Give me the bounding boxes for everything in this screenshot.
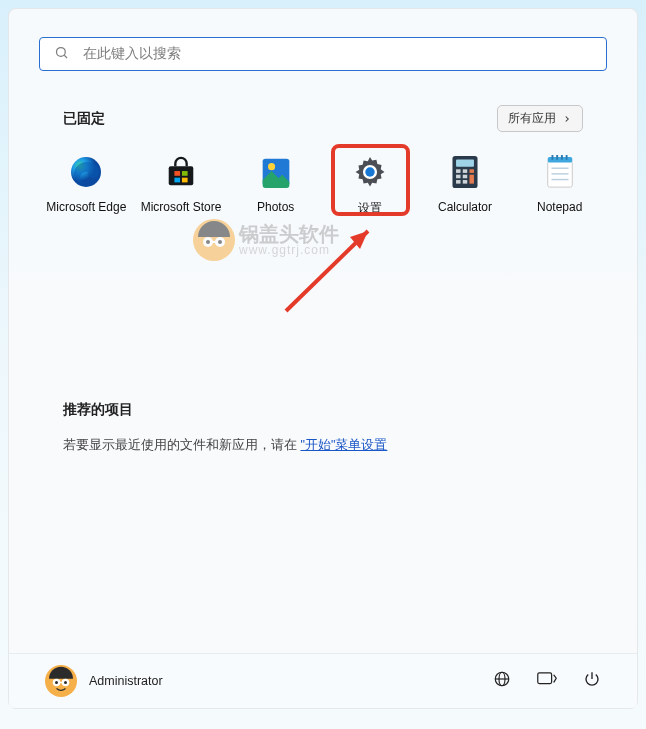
search-box[interactable]: 在此键入以搜索: [39, 37, 607, 71]
svg-rect-14: [456, 169, 460, 173]
svg-rect-15: [463, 169, 467, 173]
recommended-section: 推荐的项目 若要显示最近使用的文件和新应用，请在 "开始"菜单设置: [39, 401, 607, 454]
store-icon: [163, 154, 199, 190]
svg-point-9: [268, 163, 275, 170]
search-placeholder: 在此键入以搜索: [83, 45, 181, 63]
pinned-header: 已固定 所有应用: [39, 105, 607, 132]
pinned-item-notepad[interactable]: Notepad: [512, 150, 607, 221]
start-menu-panel: 在此键入以搜索 已固定 所有应用 Microsoft Edge Microsof…: [8, 8, 638, 709]
user-account-button[interactable]: Administrator: [45, 665, 163, 697]
svg-rect-25: [556, 155, 558, 160]
svg-rect-21: [469, 175, 473, 184]
svg-rect-5: [182, 171, 188, 176]
footer-icons: [493, 670, 601, 692]
power-icon[interactable]: [583, 670, 601, 692]
pinned-item-label: Calculator: [438, 200, 492, 214]
pinned-item-edge[interactable]: Microsoft Edge: [39, 150, 134, 221]
all-apps-button[interactable]: 所有应用: [497, 105, 583, 132]
network-icon[interactable]: [493, 670, 511, 692]
svg-rect-13: [456, 159, 474, 166]
calculator-icon: [447, 154, 483, 190]
svg-rect-7: [182, 178, 188, 183]
edge-icon: [68, 154, 104, 190]
svg-rect-26: [561, 155, 563, 160]
pinned-item-label: Photos: [257, 200, 294, 214]
svg-rect-19: [463, 180, 467, 184]
photos-icon: [258, 154, 294, 190]
notepad-icon: [542, 154, 578, 190]
svg-point-0: [57, 47, 66, 56]
svg-point-44: [64, 681, 67, 684]
pinned-item-photos[interactable]: Photos: [228, 150, 323, 221]
pinned-item-settings[interactable]: 设置: [323, 150, 418, 221]
svg-rect-27: [565, 155, 567, 160]
pinned-item-store[interactable]: Microsoft Store: [134, 150, 229, 221]
pinned-item-label: 设置: [358, 200, 382, 217]
svg-rect-48: [538, 673, 552, 684]
all-apps-label: 所有应用: [508, 110, 556, 127]
avatar: [45, 665, 77, 697]
svg-rect-6: [174, 178, 180, 183]
svg-rect-42: [60, 682, 63, 684]
pinned-title: 已固定: [63, 110, 105, 128]
footer-bar: Administrator: [9, 653, 637, 708]
pinned-item-label: Microsoft Edge: [46, 200, 126, 214]
svg-rect-23: [547, 157, 572, 163]
pinned-item-calculator[interactable]: Calculator: [418, 150, 513, 221]
svg-rect-16: [456, 175, 460, 179]
recommended-text: 若要显示最近使用的文件和新应用，请在 "开始"菜单设置: [63, 437, 583, 454]
pinned-item-label: Microsoft Store: [141, 200, 222, 214]
search-icon: [54, 45, 69, 64]
username: Administrator: [89, 674, 163, 688]
svg-rect-17: [463, 175, 467, 179]
chevron-right-icon: [562, 114, 572, 124]
pinned-item-label: Notepad: [537, 200, 582, 214]
start-settings-link[interactable]: "开始"菜单设置: [300, 438, 387, 452]
svg-rect-4: [174, 171, 180, 176]
svg-rect-20: [469, 169, 473, 173]
svg-point-11: [366, 167, 375, 176]
recommended-title: 推荐的项目: [63, 401, 583, 419]
svg-rect-3: [169, 166, 194, 185]
svg-line-1: [64, 55, 67, 58]
svg-point-43: [55, 681, 58, 684]
svg-rect-24: [551, 155, 553, 160]
pinned-grid: Microsoft Edge Microsoft Store Photos 设置: [39, 150, 607, 221]
svg-rect-18: [456, 180, 460, 184]
accessibility-icon[interactable]: [537, 670, 557, 692]
settings-icon: [352, 154, 388, 190]
